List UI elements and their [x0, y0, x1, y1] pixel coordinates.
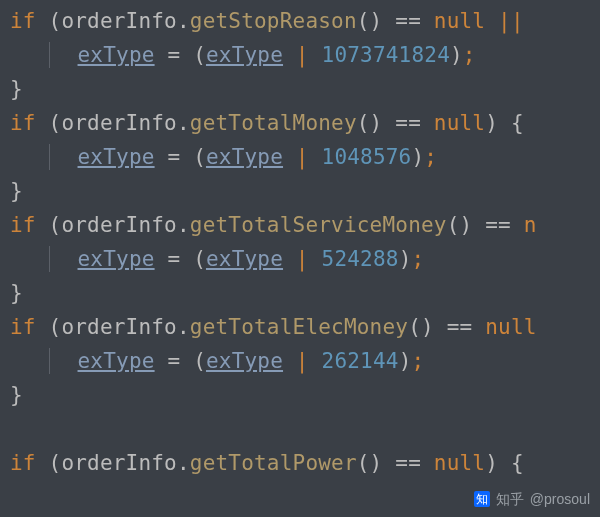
line-if-5: if (orderInfo.getTotalPower() == null) { [10, 451, 524, 475]
line-if-2: if (orderInfo.getTotalMoney() == null) { [10, 111, 524, 135]
line-if-1: if (orderInfo.getStopReason() == null || [10, 9, 524, 33]
line-assign-4: exType = (exType | 262144); [10, 349, 424, 373]
line-if-4: if (orderInfo.getTotalElecMoney() == nul… [10, 315, 537, 339]
code-block: if (orderInfo.getStopReason() == null ||… [0, 0, 600, 480]
line-close-4: } [10, 383, 23, 407]
watermark-handle: @prosoul [530, 492, 590, 506]
watermark: 知 知乎 @prosoul [474, 491, 590, 507]
line-close-3: } [10, 281, 23, 305]
line-close-1: } [10, 77, 23, 101]
line-if-3: if (orderInfo.getTotalServiceMoney() == … [10, 213, 537, 237]
line-close-2: } [10, 179, 23, 203]
line-assign-3: exType = (exType | 524288); [10, 247, 424, 271]
zhihu-logo-icon: 知 [474, 491, 490, 507]
line-assign-1: exType = (exType | 1073741824); [10, 43, 476, 67]
line-assign-2: exType = (exType | 1048576); [10, 145, 437, 169]
watermark-site: 知乎 [496, 492, 524, 506]
